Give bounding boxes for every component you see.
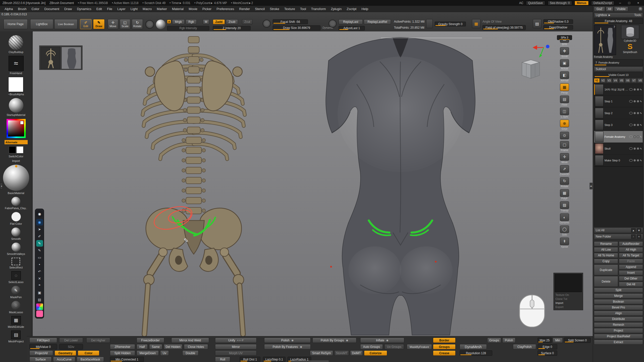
subtool-row[interactable]: Female Anatomy ✎ [594, 131, 643, 143]
rotate-canvas-button[interactable]: ↻ Rotate [557, 177, 572, 188]
quicksave-button[interactable]: QuickSave [526, 1, 545, 5]
menu-item[interactable]: Marker [154, 7, 169, 11]
minimize-button[interactable]: – [617, 1, 623, 5]
polypaint-icon[interactable] [633, 135, 636, 138]
tool-fabiopaiva-clay[interactable]: FabioPaiva_Clay.. [5, 197, 27, 210]
annotation-app-icon[interactable]: ◉ [36, 210, 43, 218]
projectall-button[interactable]: ProjectAll [29, 350, 53, 356]
shelf-icon[interactable]: ▨ [560, 201, 569, 209]
mesh-preview[interactable] [517, 58, 545, 83]
palette-icon[interactable] [12, 243, 21, 252]
list-all-bar[interactable]: List All ▲ ▼ [594, 228, 643, 233]
zremesher-button[interactable]: ZRemesher [110, 344, 135, 349]
edge-slider[interactable]: Edge 0 [538, 344, 557, 349]
section-button[interactable]: Align [594, 311, 643, 316]
spix-slider[interactable]: SPix 3 [557, 35, 572, 40]
min-button[interactable]: Min [553, 338, 563, 343]
menu-item[interactable]: Material [170, 7, 186, 11]
uv-icon[interactable] [637, 135, 639, 138]
tool-slot[interactable]: 7 Female Anatomy [594, 59, 643, 66]
section-button[interactable]: Project BasRelief [594, 334, 643, 339]
gravity-strength-slider[interactable]: Gravity Strength 0 [435, 22, 466, 26]
default-zscript-button[interactable]: DefaultZscript [591, 1, 614, 5]
claypolish-button[interactable]: ClayPolish [513, 344, 536, 349]
subtool-thumbnail[interactable] [595, 108, 603, 118]
uv-button[interactable]: Uv [160, 350, 169, 356]
polypaint-icon[interactable] [633, 100, 636, 103]
section-button[interactable]: Distribute [594, 316, 643, 322]
zadd-button[interactable]: Zadd [213, 19, 225, 24]
insert-button[interactable]: Insert [619, 270, 643, 275]
rename-button[interactable]: Rename [594, 241, 618, 246]
stroke-preview-icon[interactable] [145, 20, 154, 29]
rgb-button[interactable]: Rgb [186, 19, 197, 24]
version-tab[interactable]: V8 [637, 78, 643, 83]
live-boolean-button[interactable]: Live Boolean [54, 19, 77, 29]
move-up-icon[interactable]: ▲ [631, 228, 636, 232]
snapshot-skeleton-thumb[interactable] [41, 47, 60, 69]
roll-button[interactable]: Roll [215, 357, 230, 362]
shelf-icon[interactable]: ⇞ [560, 238, 569, 245]
palette-icon[interactable] [8, 77, 23, 92]
polypaint-icon[interactable] [633, 159, 636, 162]
backfacemask-button[interactable]: BackfaceMask [77, 357, 104, 362]
menu-item[interactable]: Transform [309, 7, 329, 11]
edit-subtool-icon[interactable]: ✎ [640, 135, 642, 138]
freezeborder-button[interactable]: FreezeBorder [137, 338, 164, 343]
persp-button[interactable]: ▦ Persp [557, 83, 572, 94]
polypaint-icon[interactable] [633, 147, 636, 150]
visible-count-slider[interactable]: Visible Count 13 [594, 72, 643, 77]
copy-button[interactable]: Copy [594, 259, 618, 264]
material-preview-icon[interactable] [156, 20, 166, 29]
menus-button[interactable]: Menus [575, 1, 589, 5]
max-slider[interactable]: Max 25 [538, 338, 552, 343]
del-all-button[interactable]: Del All [619, 282, 643, 287]
zcut-button[interactable]: Zcut [242, 19, 253, 24]
home-page-button[interactable]: Home Page [4, 19, 28, 29]
surface-slider[interactable]: Surface 0 [538, 350, 557, 356]
menu-item[interactable]: Picker [200, 7, 214, 11]
xpose-button[interactable]: ⇞ Xpose [557, 238, 572, 248]
shelf-icon[interactable]: ✥ [560, 47, 569, 55]
autoreorder-button[interactable]: AutoReorder [619, 241, 643, 246]
version-tab[interactable]: V6 [625, 78, 631, 83]
floor-button[interactable]: ▤ Floor [557, 96, 572, 106]
active-pen-icon[interactable]: ✎ [36, 240, 43, 247]
focal-shift-knob-icon[interactable] [263, 20, 271, 28]
unify-button[interactable]: Unify [215, 338, 257, 343]
midvalue-slider[interactable]: MidValue 0 [29, 344, 57, 349]
subtool-row[interactable]: 14차 여성 3단계 바디 각상 - [전완... ✎ [594, 84, 643, 96]
visible-button[interactable]: Visible [614, 7, 628, 12]
maximize-button[interactable]: □ [626, 1, 632, 5]
main-color-swatch[interactable] [9, 146, 16, 153]
zsub-button[interactable]: Zsub [226, 19, 238, 24]
zoom3d-button[interactable]: ⇗ Zoom3D [557, 165, 572, 176]
morph-uv-button[interactable]: Morph UV [215, 350, 257, 356]
color-palette-icon[interactable] [36, 303, 43, 310]
material-basic[interactable]: BasicMaterial [3, 165, 29, 195]
shelf-icon[interactable]: ▦ [560, 83, 569, 91]
field-of-view-slider[interactable]: Field of view(deg) 39.59775 [482, 25, 526, 30]
edit-subtool-icon[interactable]: ✎ [640, 112, 642, 115]
menu-item[interactable]: Light [128, 7, 140, 11]
smart-resym-button[interactable]: Smart ReSym [310, 350, 333, 356]
shelf-icon[interactable]: ◫ [560, 108, 569, 115]
eye-icon[interactable] [629, 88, 633, 91]
uv-groups-button[interactable]: Uv Groups [384, 344, 404, 349]
delmt-button[interactable]: DelMT [350, 350, 363, 356]
subtool-row[interactable]: Step 2 ✎ [594, 107, 643, 119]
eye-icon[interactable] [629, 124, 633, 126]
all-button[interactable]: All [606, 7, 613, 12]
lightbox-label[interactable]: Lightbox ► [596, 13, 611, 17]
clipboard-icon[interactable]: ▤ [36, 296, 43, 303]
paste-button[interactable]: Paste [619, 259, 643, 264]
texture-thumbnail[interactable] [555, 274, 582, 292]
current-tool-thumbnail[interactable]: 7 [594, 25, 616, 55]
tool-smooth[interactable]: Smooth [11, 228, 21, 240]
auto-groups-button[interactable]: Auto Groups [360, 344, 383, 349]
tool-meshextrude[interactable]: ▦ MeshExtrude [8, 316, 24, 328]
actual-button[interactable]: ▣ Actual [557, 59, 572, 70]
tool-masklasso[interactable]: ◌ MaskLasso [9, 301, 23, 314]
folder-add-icon[interactable]: + [637, 235, 641, 239]
edit-subtool-icon[interactable]: ✎ [640, 147, 642, 150]
